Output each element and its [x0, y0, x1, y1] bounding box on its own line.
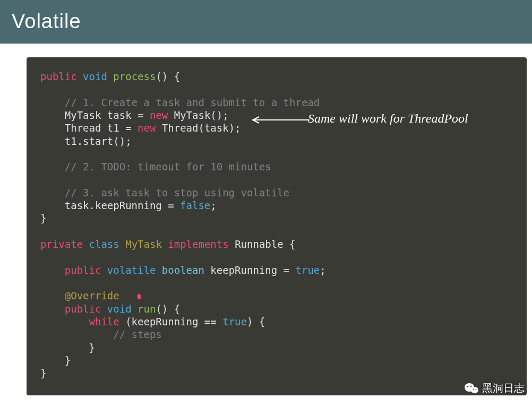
code-text: } [89, 342, 95, 353]
indent [40, 161, 65, 172]
indent [40, 109, 65, 121]
wechat-icon [464, 382, 479, 395]
code-text: keepRunning = [204, 264, 296, 276]
kw-while: while [89, 316, 119, 327]
indent [40, 200, 65, 211]
code-text: Thread t1 = [65, 122, 138, 134]
fn-name: process [113, 71, 156, 82]
indent [40, 264, 65, 276]
kw-volatile: volatile [107, 264, 156, 276]
code-text: MyTask(); [168, 109, 228, 121]
code-text: () { [156, 71, 180, 82]
code-text: task.keepRunning = [65, 200, 180, 211]
comment: // 1. Create a task and submit to a thre… [65, 97, 320, 108]
slide-title: Volatile [12, 10, 81, 33]
bool-literal: true [296, 264, 320, 276]
kw-new: new [138, 122, 156, 134]
kw-class: class [89, 238, 119, 250]
watermark: 黑洞日志 [464, 381, 525, 395]
cursor-icon [138, 294, 141, 299]
kw-private: private [40, 238, 83, 250]
code-text: (keepRunning == [119, 316, 222, 327]
svg-point-6 [476, 388, 477, 390]
comment: // 2. TODO: timeout for 10 minutes [65, 161, 271, 172]
kw-void: void [107, 303, 132, 315]
kw-public: public [40, 71, 77, 82]
comment: // steps [113, 329, 162, 340]
indent [40, 342, 89, 353]
code-text: ) { [247, 316, 265, 327]
kw-void: void [83, 71, 107, 82]
code-text: } [40, 367, 46, 379]
fn-name: run [138, 303, 156, 315]
code-text: ; [210, 200, 216, 211]
code-text: t1.start(); [65, 135, 132, 147]
watermark-text: 黑洞日志 [482, 381, 525, 395]
indent [40, 303, 65, 315]
code-text: ; [320, 264, 325, 276]
code-text: } [65, 355, 71, 366]
class-name: MyTask [125, 238, 162, 250]
bool-literal: true [222, 316, 247, 327]
indent [40, 290, 65, 301]
code-text: Thread(task); [156, 122, 241, 134]
kw-public: public [65, 303, 101, 315]
code-block: public void process() { // 1. Create a t… [27, 57, 527, 395]
code-text: MyTask task = [65, 109, 150, 121]
annotation-override: @Override [65, 290, 119, 301]
indent [40, 122, 65, 134]
indent [40, 187, 65, 198]
arrow-icon [248, 115, 312, 125]
svg-point-4 [470, 385, 472, 387]
kw-new: new [150, 109, 168, 121]
slide: Volatile public void process() { // 1. C… [0, 0, 532, 406]
svg-point-5 [473, 388, 474, 390]
code-text: () { [156, 303, 180, 315]
comment: // 3. ask task to stop using volatile [65, 187, 289, 198]
indent [40, 135, 65, 147]
svg-point-2 [471, 387, 478, 393]
indent [40, 329, 113, 340]
indent [40, 316, 89, 327]
slide-header: Volatile [0, 0, 532, 44]
kw-public: public [65, 264, 101, 276]
bool-literal: false [180, 200, 210, 211]
code-text: } [40, 212, 46, 224]
iface-name: Runnable { [235, 238, 295, 250]
indent [40, 355, 65, 366]
indent [40, 97, 65, 108]
type-boolean: boolean [162, 264, 204, 276]
annotation-text: Same will work for ThreadPool [308, 110, 468, 127]
svg-point-3 [467, 385, 469, 387]
kw-implements: implements [168, 238, 228, 250]
